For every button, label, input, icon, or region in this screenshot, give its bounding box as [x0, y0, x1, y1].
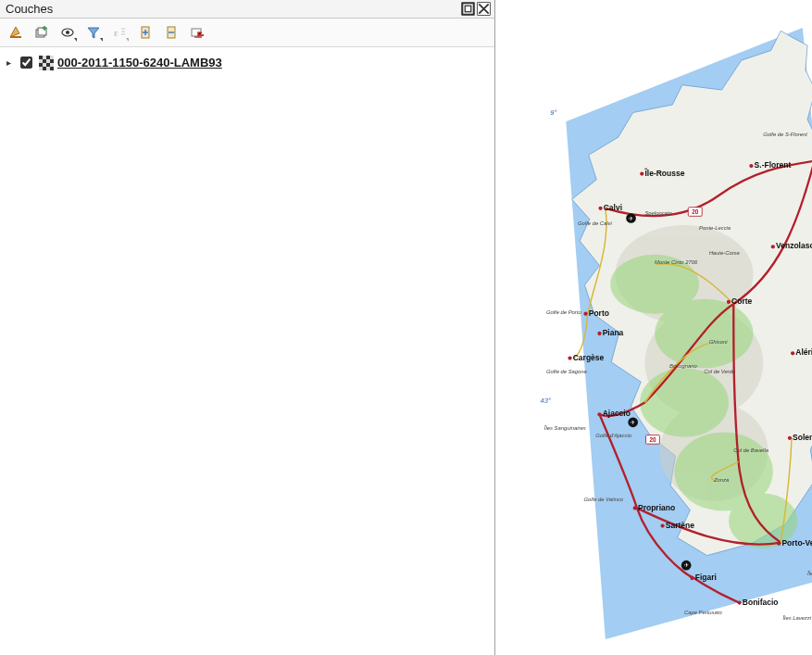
minor-label: Ghisoni — [709, 339, 729, 345]
svg-point-56 — [583, 312, 587, 316]
svg-point-52 — [660, 523, 664, 527]
svg-rect-26 — [46, 67, 50, 70]
panel-titlebar: Couches — [0, 0, 494, 19]
minor-label: Îles Lavezzi — [782, 615, 811, 621]
minor-label: Zonza — [713, 477, 730, 483]
svg-text:✈: ✈ — [631, 419, 635, 425]
lat-label: 43° — [541, 397, 551, 405]
minor-label: Golfe de Sagone — [546, 369, 588, 374]
minor-label: Îles Sanguinaires — [544, 425, 586, 431]
svg-point-58 — [749, 164, 753, 168]
svg-point-55 — [690, 576, 693, 580]
minor-label: Golfe de Porto — [546, 309, 581, 315]
svg-text:ε: ε — [114, 27, 119, 38]
svg-rect-15 — [39, 63, 43, 67]
svg-text:✈: ✈ — [629, 215, 633, 221]
minor-label: Bocognano — [669, 363, 697, 369]
minor-label: Îles Cerbicale — [807, 571, 812, 576]
minor-label: Golfe de Calvi — [578, 220, 612, 226]
svg-rect-1 — [465, 6, 471, 12]
minor-label: Golfe de Valinco — [583, 497, 623, 502]
filter-legend-button[interactable] — [83, 22, 104, 43]
minor-label: Speloncato — [644, 210, 672, 216]
minor-label: Golfe de S-Florent — [763, 132, 807, 137]
city-label: Aléria — [795, 347, 812, 357]
city-label: Figari — [695, 573, 717, 582]
svg-rect-2 — [10, 36, 21, 38]
layer-visibility-checkbox[interactable] — [20, 57, 32, 69]
svg-rect-0 — [463, 4, 474, 15]
panel-title-text: Couches — [6, 2, 53, 16]
svg-rect-16 — [46, 63, 50, 67]
svg-rect-20 — [50, 56, 54, 59]
svg-point-50 — [597, 412, 601, 416]
expand-all-button[interactable] — [135, 22, 156, 43]
app-root: Couches — [0, 0, 812, 655]
svg-rect-21 — [39, 59, 43, 63]
city-label: Corte — [731, 296, 752, 306]
svg-rect-14 — [50, 59, 54, 63]
minor-label: Monte Cinto 2706 — [655, 259, 698, 265]
svg-point-57 — [568, 356, 571, 359]
minor-label: Golfe d'Ajaccio — [595, 433, 632, 438]
close-button[interactable] — [477, 2, 491, 16]
add-group-button[interactable] — [31, 22, 52, 43]
map-raster-display: 20 20 ✈ ✈ ✈ ✈ 9° 43° BastiaCalviCorteAja… — [514, 28, 812, 639]
svg-rect-11 — [39, 56, 43, 59]
city-label: Propriano — [638, 503, 675, 512]
svg-text:20: 20 — [692, 208, 699, 215]
minor-label: Col de Bavella — [733, 447, 768, 453]
svg-rect-17 — [43, 67, 46, 70]
city-label: Cargèse — [573, 353, 605, 362]
layers-panel: Couches — [0, 0, 495, 655]
svg-rect-12 — [46, 56, 50, 59]
expand-toggle[interactable]: ▸ — [4, 57, 13, 68]
svg-text:20: 20 — [649, 436, 656, 443]
city-label: Solenzara — [793, 433, 812, 442]
svg-rect-22 — [46, 59, 50, 63]
svg-rect-19 — [43, 56, 46, 59]
remove-layer-button[interactable] — [187, 22, 207, 43]
layer-row[interactable]: ▸ 000-2011-1150-6240-LAMB93 — [2, 53, 493, 72]
dock-button[interactable] — [461, 2, 475, 16]
svg-point-63 — [640, 171, 643, 175]
minor-label: Ponte-Leccia — [699, 225, 731, 231]
svg-rect-18 — [50, 67, 54, 70]
svg-point-48 — [598, 207, 602, 210]
chevron-down-icon — [100, 38, 103, 42]
chevron-down-icon — [74, 38, 77, 42]
svg-point-62 — [771, 245, 775, 248]
panel-toolbar: ε — [0, 19, 494, 47]
svg-point-32 — [640, 368, 729, 437]
panel-title-buttons — [461, 2, 491, 16]
manage-visibility-button[interactable] — [57, 22, 78, 43]
minor-label: Haute-Corse — [709, 250, 741, 256]
city-label: Piana — [603, 328, 624, 337]
raster-layer-icon — [39, 56, 54, 70]
lon-label: 9° — [550, 108, 556, 117]
svg-rect-24 — [50, 63, 54, 67]
layers-tree[interactable]: ▸ 000-2011-1150-6240-LAMB93 — [0, 47, 494, 655]
city-label: Ajaccio — [603, 409, 631, 418]
layer-name[interactable]: 000-2011-1150-6240-LAMB93 — [57, 56, 222, 69]
map-canvas[interactable]: 20 20 ✈ ✈ ✈ ✈ 9° 43° BastiaCalviCorteAja… — [495, 0, 812, 655]
minor-label: Col de Verde — [704, 369, 736, 374]
city-label: Sartène — [666, 521, 694, 530]
city-label: Île-Rousse — [643, 168, 684, 178]
svg-rect-25 — [39, 67, 43, 70]
svg-point-61 — [788, 436, 792, 440]
svg-point-49 — [727, 300, 731, 304]
city-label: Venzolasca — [776, 241, 812, 250]
collapse-all-button[interactable] — [161, 22, 181, 43]
svg-point-60 — [791, 351, 794, 355]
city-label: Calvi — [604, 203, 622, 212]
svg-point-51 — [633, 506, 637, 510]
chevron-down-icon — [126, 38, 129, 42]
svg-point-53 — [777, 542, 781, 546]
city-label: Bonifacio — [743, 598, 779, 607]
layer-style-button[interactable] — [6, 22, 26, 43]
city-label: S.-Florent — [755, 160, 792, 170]
svg-rect-13 — [43, 59, 46, 63]
minor-label: Cape Pertusato — [684, 610, 722, 615]
city-label: Porto-Vecchio — [781, 538, 812, 548]
